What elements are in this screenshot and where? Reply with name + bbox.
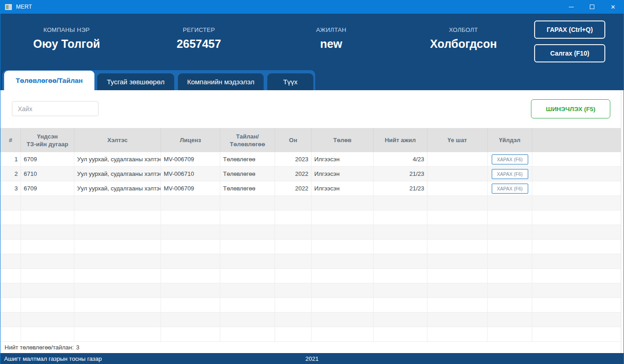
- cell-empty: [374, 298, 427, 313]
- cell-tz-number: 6709: [21, 152, 74, 167]
- cell-action: ХАРАХ (F6): [488, 167, 532, 181]
- table-row[interactable]: 1 6709 Уул уурхай, судалгааны хэлтэс MV-…: [0, 152, 621, 167]
- cell-empty: [220, 327, 275, 342]
- cell-empty: [488, 196, 532, 210]
- cell-empty: [161, 283, 220, 298]
- connection-status-value: Холбогдсон: [397, 37, 530, 51]
- cell-empty: [161, 254, 220, 269]
- cell-empty: [275, 327, 312, 342]
- table-row-empty: [0, 196, 621, 210]
- cell-empty: [427, 225, 488, 240]
- cell-empty: [532, 327, 621, 342]
- cell-empty: [427, 327, 488, 342]
- tab-plan-report[interactable]: Төлөвлөгөө/Тайлан: [4, 71, 94, 90]
- tab-company-info[interactable]: Компанийн мэдээлэл: [178, 73, 264, 90]
- cell-empty: [427, 254, 488, 269]
- employee-field: АЖИЛТАН new: [265, 26, 397, 51]
- cell-empty: [220, 313, 275, 327]
- cell-empty: [161, 240, 220, 254]
- table-row[interactable]: 3 6709 Уул уурхай, судалгааны хэлтэс MV-…: [0, 181, 621, 196]
- cell-empty: [532, 240, 621, 254]
- table-header-row: # Үндсэн ТЗ-ийн дугаар Хэлтэс Лиценз Тай…: [0, 128, 621, 152]
- cell-empty: [0, 283, 21, 298]
- cell-empty: [74, 313, 161, 327]
- col-header-index: #: [0, 128, 21, 152]
- cell-empty: [532, 269, 621, 283]
- cell-empty: [0, 225, 21, 240]
- cell-empty: [0, 298, 21, 313]
- cell-empty: [74, 269, 161, 283]
- col-header-stage: Үе шат: [427, 128, 488, 152]
- cell-empty: [275, 254, 312, 269]
- total-count-label: Нийт төлөвлөгөө/тайлан:: [5, 344, 74, 351]
- cell-license: MV-006709: [161, 181, 220, 196]
- cell-empty: [488, 254, 532, 269]
- disconnect-button[interactable]: Салгах (F10): [534, 44, 605, 62]
- maximize-button[interactable]: [582, 0, 603, 14]
- statusbar-agency: Ашигт малтмал газрын тосны газар: [0, 355, 102, 362]
- cell-empty: [275, 269, 312, 283]
- cell-empty: [161, 210, 220, 225]
- cell-empty: [488, 225, 532, 240]
- employee-value: new: [265, 37, 397, 51]
- cell-stage: [427, 152, 488, 167]
- cell-empty: [427, 210, 488, 225]
- cell-empty: [0, 313, 21, 327]
- cell-empty: [312, 327, 374, 342]
- connection-field: ХОЛБОЛТ Холбогдсон: [397, 26, 530, 51]
- cell-action: ХАРАХ (F6): [488, 152, 532, 167]
- view-button[interactable]: ХАРАХ (F6): [492, 154, 528, 164]
- cell-empty: [161, 269, 220, 283]
- cell-empty: [275, 298, 312, 313]
- cell-empty: [532, 196, 621, 210]
- search-input[interactable]: [12, 101, 99, 116]
- cell-index: 1: [0, 152, 21, 167]
- cell-empty: [312, 254, 374, 269]
- tab-history[interactable]: Түүх: [267, 73, 313, 90]
- employee-label: АЖИЛТАН: [265, 26, 397, 33]
- cell-empty: [488, 210, 532, 225]
- window-titlebar: MERT ✕: [0, 0, 624, 14]
- total-count-value: 3: [76, 344, 79, 351]
- cell-year: 2022: [275, 181, 312, 196]
- cell-empty: [427, 269, 488, 283]
- cell-empty: [488, 240, 532, 254]
- cell-stage: [427, 167, 488, 181]
- cell-empty: [374, 283, 427, 298]
- cell-empty: [312, 210, 374, 225]
- logout-button[interactable]: ГАРАХ (Ctrl+Q): [534, 21, 605, 39]
- cell-year: 2022: [275, 167, 312, 181]
- register-label: РЕГИСТЕР: [133, 26, 265, 33]
- minimize-button[interactable]: [561, 0, 582, 14]
- table-row[interactable]: 2 6710 Уул уурхай, судалгааны хэлтэс MV-…: [0, 167, 621, 181]
- cell-report-plan: Төлөвлөгөө: [220, 181, 275, 196]
- col-header-action: Үйлдэл: [488, 128, 532, 152]
- view-button[interactable]: ХАРАХ (F6): [492, 184, 528, 194]
- plan-report-panel: ШИНЭЧЛЭХ (F5) # Үндсэн ТЗ-ийн дугаар Хэл…: [0, 90, 624, 353]
- cell-empty: [21, 313, 74, 327]
- cell-empty: [374, 254, 427, 269]
- close-button[interactable]: ✕: [603, 0, 624, 14]
- cell-year: 2023: [275, 152, 312, 167]
- table-row-empty: [0, 225, 621, 240]
- cell-empty: [532, 254, 621, 269]
- total-count: Нийт төлөвлөгөө/тайлан: 3: [0, 342, 621, 353]
- view-button[interactable]: ХАРАХ (F6): [492, 169, 528, 179]
- cell-empty: [275, 240, 312, 254]
- cell-empty: [532, 283, 621, 298]
- cell-empty: [220, 298, 275, 313]
- cell-empty: [21, 327, 74, 342]
- register-field: РЕГИСТЕР 2657457: [133, 26, 265, 51]
- col-header-license: Лиценз: [161, 128, 220, 152]
- cell-empty: [374, 225, 427, 240]
- cell-empty: [0, 327, 21, 342]
- cell-stage: [427, 181, 488, 196]
- cell-empty: [312, 283, 374, 298]
- cell-empty: [21, 269, 74, 283]
- empty-rows: [0, 196, 621, 342]
- scrollbar-gutter: [621, 90, 621, 353]
- cell-empty: [275, 225, 312, 240]
- refresh-button[interactable]: ШИНЭЧЛЭХ (F5): [531, 99, 610, 118]
- table-row-empty: [0, 210, 621, 225]
- tab-special-license[interactable]: Тусгай зөвшөөрөл: [97, 73, 174, 90]
